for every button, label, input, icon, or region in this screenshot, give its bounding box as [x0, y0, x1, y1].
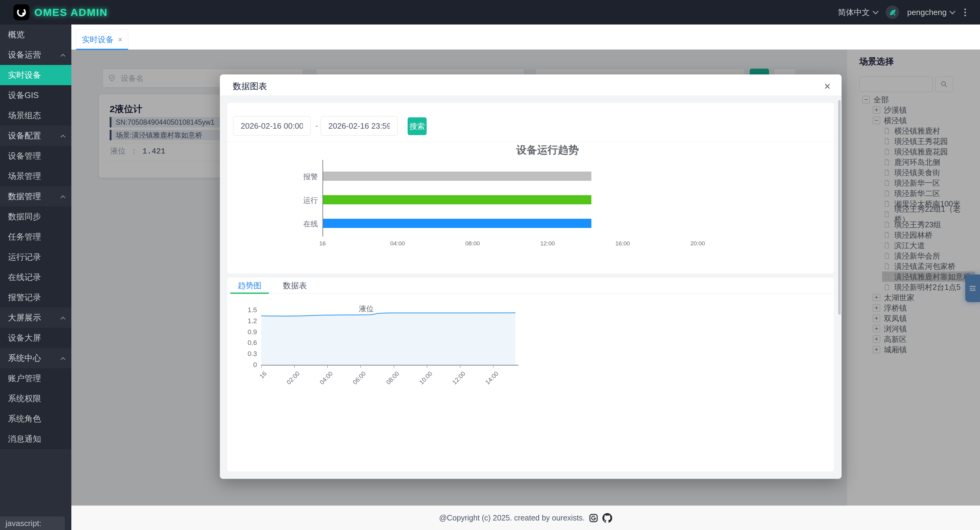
avatar[interactable] [886, 5, 899, 19]
bar-x-tick: 04:00 [384, 240, 411, 247]
line-y-tick: 0.6 [235, 339, 257, 347]
language-label: 简体中文 [838, 7, 870, 18]
line-x-tick: 14:00 [471, 370, 500, 399]
app-window: OMES ADMIN 简体中文 pengcheng 概览设备运营实时设备设备GI… [0, 0, 980, 530]
sidebar-item-label: 系统角色 [8, 413, 41, 424]
chart-tabs: 趋势图 数据表 [227, 278, 834, 293]
sidebar-item-15[interactable]: 设备大屏 [0, 328, 72, 348]
sidebar-item-16[interactable]: 系统中心 [0, 348, 72, 368]
sidebar-item-label: 大屏展示 [8, 312, 41, 323]
sidebar-item-label: 实时设备 [8, 70, 41, 81]
sidebar-item-12[interactable]: 在线记录 [0, 267, 72, 287]
modal-search-button[interactable]: 搜索 [407, 117, 426, 135]
bar-x-tick: 12:00 [534, 240, 562, 247]
series-label: 液位 [359, 304, 374, 314]
chevron-up-icon [60, 134, 65, 139]
line-y-tick: 0.3 [235, 350, 257, 358]
line-x-tickmark [493, 366, 493, 368]
language-selector[interactable]: 简体中文 [838, 7, 878, 18]
sidebar-item-4[interactable]: 场景组态 [0, 105, 72, 126]
trend-overview-card: - 搜索 设备运行趋势 报警运行在线1604:0008:0012:0016:00… [227, 103, 834, 274]
sidebar-item-label: 报警记录 [8, 292, 41, 303]
bar-category-label: 在线 [290, 219, 318, 229]
user-menu[interactable]: pengcheng [907, 8, 955, 17]
tab-trend-chart[interactable]: 趋势图 [230, 278, 269, 293]
line-x-tick: 12:00 [438, 370, 467, 399]
sidebar-item-18[interactable]: 系统权限 [0, 388, 72, 409]
modal-close-button[interactable]: × [821, 79, 834, 94]
line-x-tick: 16 [239, 370, 268, 399]
line-x-tick: 04:00 [305, 370, 334, 399]
chevron-down-icon [950, 8, 956, 14]
line-x-tick: 10:00 [405, 370, 434, 399]
bar-x-tick: 16:00 [609, 240, 636, 247]
date-to-input[interactable] [321, 116, 398, 136]
status-bar-1 [323, 195, 591, 204]
github-icon[interactable] [602, 513, 612, 523]
chevron-down-icon [872, 8, 879, 14]
line-y-tick: 0 [235, 361, 257, 369]
data-chart-modal: 数据图表 × - 搜索 设备运行趋势 报警运行在线1604:0008:0012:… [220, 75, 842, 479]
bar-category-label: 运行 [290, 196, 318, 205]
line-x-tickmark [360, 366, 361, 368]
sidebar-item-label: 数据管理 [8, 191, 41, 202]
line-x-tickmark [394, 366, 394, 368]
line-x-tickmark [427, 366, 427, 368]
sidebar-item-7[interactable]: 场景管理 [0, 166, 72, 186]
app-logo [13, 4, 29, 20]
sidebar-item-14[interactable]: 大屏展示 [0, 307, 72, 328]
line-chart-plot [261, 310, 515, 365]
sidebar-item-label: 系统权限 [8, 393, 41, 404]
line-x-tick: 08:00 [372, 370, 401, 399]
sidebar-item-11[interactable]: 运行记录 [0, 247, 72, 267]
line-x-axis [261, 365, 519, 366]
sidebar-item-20[interactable]: 消息通知 [0, 429, 72, 449]
chevron-up-icon [60, 357, 65, 362]
sidebar-item-6[interactable]: 设备管理 [0, 146, 72, 166]
sidebar-item-5[interactable]: 设备配置 [0, 126, 72, 146]
sidebar-item-9[interactable]: 数据同步 [0, 207, 72, 227]
sidebar-nav: 概览设备运营实时设备设备GIS场景组态设备配置设备管理场景管理数据管理数据同步任… [0, 24, 72, 530]
bar-x-tick: 16 [309, 240, 336, 247]
status-bar-2 [323, 219, 591, 228]
date-from-input[interactable] [233, 116, 310, 136]
sidebar-item-19[interactable]: 系统角色 [0, 409, 72, 429]
tab-data-table[interactable]: 数据表 [275, 278, 314, 293]
line-x-tick: 02:00 [272, 370, 301, 399]
sidebar-item-10[interactable]: 任务管理 [0, 227, 72, 247]
tab-close-icon[interactable]: × [118, 35, 123, 45]
logo-g-icon [15, 5, 28, 19]
sidebar-item-17[interactable]: 账户管理 [0, 368, 72, 388]
gitee-icon[interactable] [589, 514, 598, 523]
sidebar-item-13[interactable]: 报警记录 [0, 287, 72, 307]
sidebar-item-3[interactable]: 设备GIS [0, 85, 72, 105]
sidebar-item-label: 设备大屏 [8, 333, 41, 344]
sidebar-item-label: 数据同步 [8, 211, 41, 222]
modal-scrollbar-thumb[interactable] [838, 100, 841, 315]
sidebar-item-1[interactable]: 设备运营 [0, 45, 72, 65]
sidebar-item-0[interactable]: 概览 [0, 24, 72, 45]
avatar-leaf-icon [888, 8, 897, 17]
chevron-up-icon [60, 317, 65, 322]
tab-label: 数据表 [283, 280, 307, 291]
tab-realtime-devices[interactable]: 实时设备 × [76, 29, 128, 49]
sidebar-item-label: 设备运营 [8, 49, 41, 60]
sidebar-item-label: 账户管理 [8, 373, 41, 384]
bar-chart-title: 设备运行趋势 [323, 143, 773, 157]
brand-title: OMES ADMIN [34, 0, 108, 24]
sidebar-item-2[interactable]: 实时设备 [0, 65, 72, 85]
sidebar-item-label: 场景管理 [8, 170, 41, 181]
username-label: pengcheng [907, 8, 947, 17]
modal-header: 数据图表 × [220, 75, 842, 96]
status-bar-0 [323, 172, 591, 181]
trend-detail-card: 趋势图 数据表 1.51.20.90.60.30液位1602:0004:0006… [227, 278, 834, 471]
line-x-tick: 06:00 [339, 370, 368, 399]
tab-active-underline [76, 49, 128, 50]
sidebar-item-label: 设备管理 [8, 150, 41, 161]
more-options-button[interactable] [963, 9, 968, 16]
tab-label: 实时设备 [82, 34, 114, 45]
sidebar-item-8[interactable]: 数据管理 [0, 186, 72, 207]
sidebar-item-label: 系统中心 [8, 353, 41, 364]
tab-label: 趋势图 [238, 280, 261, 291]
date-range-separator: - [313, 121, 320, 131]
